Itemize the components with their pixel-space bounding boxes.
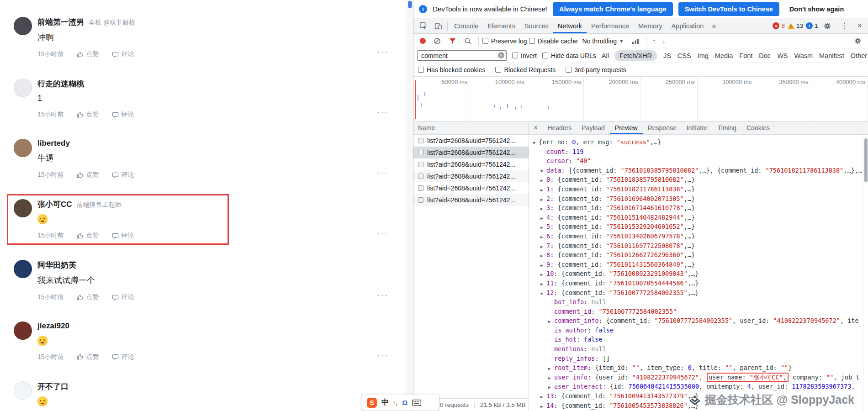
- details-tab-preview[interactable]: Preview: [610, 121, 643, 134]
- tab-network[interactable]: Network: [553, 18, 587, 33]
- like-button[interactable]: 点赞: [77, 232, 99, 240]
- request-row[interactable]: list?aid=2608&uuid=7561242...: [413, 135, 529, 147]
- timeline-column[interactable]: 100000 ms: [470, 77, 527, 121]
- network-settings-gear-icon[interactable]: [851, 37, 864, 44]
- expand-triangle-icon[interactable]: ▶: [540, 402, 546, 411]
- request-table-header[interactable]: Name: [413, 121, 529, 135]
- checkbox-box[interactable]: [529, 38, 535, 44]
- json-line[interactable]: ▶11: {comment_id: "7561010070554444586",…: [529, 279, 868, 288]
- tab-sources[interactable]: Sources: [520, 18, 553, 33]
- comment-username[interactable]: 前端第一渣男: [37, 17, 84, 27]
- timeline-column[interactable]: 250000 ms: [641, 77, 698, 121]
- invert-checkbox[interactable]: Invert: [512, 52, 537, 59]
- checkbox-box[interactable]: [512, 53, 518, 58]
- more-options-button[interactable]: ···: [377, 47, 388, 57]
- avatar[interactable]: [14, 321, 32, 340]
- json-line[interactable]: ▶1: {comment_id: "7561018211786113838",……: [529, 184, 868, 194]
- json-line[interactable]: ▶user_interact: {id: 7560648421415535000…: [529, 382, 868, 391]
- clear-filter-icon[interactable]: ×: [498, 52, 504, 58]
- network-conditions-icon[interactable]: [629, 38, 642, 44]
- sogou-logo-icon[interactable]: S: [367, 398, 377, 408]
- comment-username[interactable]: 阿华田奶芙: [37, 260, 76, 270]
- collapse-triangle-icon[interactable]: ▼: [540, 289, 546, 298]
- tab-performance[interactable]: Performance: [587, 18, 634, 33]
- avatar[interactable]: [14, 199, 32, 217]
- json-line[interactable]: ▶user_info: {user_id: "4108222370945672"…: [529, 373, 868, 382]
- more-options-button[interactable]: ···: [377, 350, 388, 360]
- issues-badge[interactable]: i 1: [806, 22, 818, 29]
- expand-triangle-icon[interactable]: ▶: [540, 223, 546, 232]
- expand-triangle-icon[interactable]: ▶: [540, 232, 546, 241]
- reply-button[interactable]: 评论: [112, 50, 134, 58]
- json-line[interactable]: ▶0: {comment_id: "7561018385795810082",……: [529, 175, 868, 184]
- 3rd-party-requests-checkbox[interactable]: 3rd-party requests: [566, 66, 626, 74]
- timeline-column[interactable]: 350000 ms: [754, 77, 811, 121]
- expand-triangle-icon[interactable]: ▶: [540, 392, 546, 401]
- expand-triangle-icon[interactable]: ▶: [540, 185, 546, 194]
- json-line[interactable]: ▶10: {comment_id: "7561008923291009843",…: [529, 269, 868, 279]
- tab-console[interactable]: Console: [450, 18, 483, 33]
- page-scrollbar[interactable]: [407, 0, 413, 411]
- match-chrome-language-button[interactable]: Always match Chrome's language: [553, 2, 673, 16]
- filter-type-font[interactable]: Font: [739, 52, 752, 59]
- avatar[interactable]: [14, 139, 32, 157]
- timeline-column[interactable]: 50000 ms: [413, 77, 470, 121]
- details-scrollbar[interactable]: [863, 135, 868, 411]
- json-line[interactable]: ▶8: {comment_id: "7561012662726296360",……: [529, 250, 868, 260]
- settings-gear-icon[interactable]: [820, 22, 834, 30]
- kebab-menu-icon[interactable]: ⋮: [837, 21, 851, 31]
- blocked-requests-checkbox[interactable]: Blocked Requests: [495, 66, 556, 74]
- tab-application[interactable]: Application: [667, 18, 708, 33]
- checkbox-box[interactable]: [482, 38, 488, 44]
- filter-type-manifest[interactable]: Manifest: [819, 52, 844, 59]
- record-network-log-button[interactable]: [420, 38, 426, 44]
- more-tabs-chevron[interactable]: »: [708, 18, 720, 33]
- details-tab-headers[interactable]: Headers: [542, 121, 577, 134]
- timeline-column[interactable]: 200000 ms: [584, 77, 640, 121]
- request-row[interactable]: list?aid=2608&uuid=7561242...: [413, 182, 529, 194]
- json-line[interactable]: ▶2: {comment_id: "7561016964002071305",……: [529, 194, 868, 204]
- expand-triangle-icon[interactable]: ▶: [540, 279, 546, 288]
- request-row[interactable]: list?aid=2608&uuid=7561242...: [413, 147, 529, 158]
- ime-keyboard-icon[interactable]: [412, 400, 421, 406]
- network-overview-timeline[interactable]: 50000 ms100000 ms150000 ms200000 ms25000…: [413, 77, 868, 121]
- json-line[interactable]: ▼data: [{comment_id: "756101838579581008…: [529, 166, 868, 175]
- checkbox-box[interactable]: [542, 53, 548, 58]
- expand-triangle-icon[interactable]: ▶: [548, 317, 554, 326]
- filter-type-css[interactable]: CSS: [677, 52, 691, 59]
- disable-cache-checkbox[interactable]: Disable cache: [529, 37, 578, 45]
- filter-funnel-icon[interactable]: [446, 37, 459, 44]
- warnings-badge[interactable]: 13: [788, 22, 803, 29]
- tab-memory[interactable]: Memory: [634, 18, 667, 33]
- inspect-element-icon[interactable]: [416, 18, 431, 33]
- expand-triangle-icon[interactable]: ▶: [548, 383, 554, 391]
- reply-button[interactable]: 评论: [112, 293, 134, 301]
- collapse-triangle-icon[interactable]: ▼: [540, 167, 546, 175]
- json-line[interactable]: ▶6: {comment_id: "7561013402606797578",……: [529, 232, 868, 241]
- expand-triangle-icon[interactable]: ▶: [540, 270, 546, 279]
- filter-type-media[interactable]: Media: [715, 52, 733, 59]
- preserve-log-checkbox[interactable]: Preserve log: [482, 37, 527, 45]
- expand-triangle-icon[interactable]: ▶: [540, 242, 546, 251]
- like-button[interactable]: 点赞: [77, 111, 99, 119]
- request-row[interactable]: list?aid=2608&uuid=7561242...: [413, 170, 529, 182]
- details-tab-response[interactable]: Response: [643, 121, 682, 134]
- details-tab-initiator[interactable]: Initiator: [682, 121, 713, 134]
- dont-show-again-button[interactable]: Don't show again: [785, 2, 848, 16]
- details-tab-cookies[interactable]: Cookies: [741, 121, 775, 134]
- expand-triangle-icon[interactable]: ▶: [548, 374, 554, 382]
- tab-elements[interactable]: Elements: [483, 18, 519, 33]
- json-line[interactable]: ▶comment_info: {comment_id: "75610077725…: [529, 316, 868, 326]
- filter-type-fetch-xhr[interactable]: Fetch/XHR: [614, 50, 657, 61]
- expand-triangle-icon[interactable]: ▶: [540, 261, 546, 269]
- export-har-icon[interactable]: ↓: [660, 37, 668, 45]
- like-button[interactable]: 点赞: [77, 50, 99, 58]
- json-line[interactable]: ▶9: {comment_id: "7561011431560364840",……: [529, 260, 868, 269]
- more-options-button[interactable]: ···: [377, 290, 388, 300]
- has-blocked-cookies-checkbox[interactable]: Has blocked cookies: [418, 66, 485, 74]
- comment-username[interactable]: 开不了口: [37, 381, 69, 392]
- request-row[interactable]: list?aid=2608&uuid=7561242...: [413, 194, 529, 206]
- details-tab-payload[interactable]: Payload: [577, 121, 610, 134]
- reply-button[interactable]: 评论: [112, 232, 134, 240]
- like-button[interactable]: 点赞: [77, 293, 99, 301]
